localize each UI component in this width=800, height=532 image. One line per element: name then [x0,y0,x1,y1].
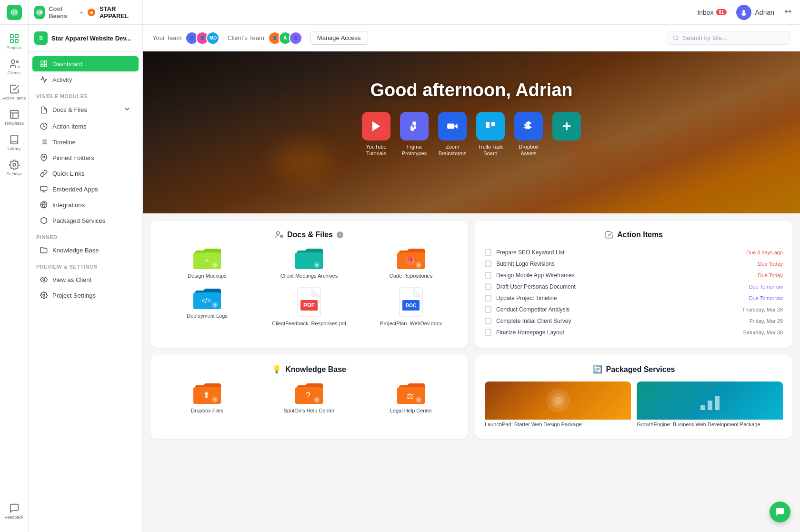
zoom-brainstorms-item[interactable]: ZoomBrainstorms [438,112,467,157]
checkbox-1[interactable] [485,249,491,256]
docs-files-card-title: Docs & Files [287,231,333,239]
action-text-4: Draft User Personas Document [496,283,744,290]
sidebar-item-settings[interactable]: Settings [0,156,28,180]
action-item-1[interactable]: Prepare SEO Keyword List Due 8 days ago [485,247,783,258]
action-item-5[interactable]: Update Project Timeline Due Tomorrow [485,292,783,304]
timeline-label: Timeline [52,139,76,146]
dropbox-label: DropboxAssets [519,143,539,157]
services-grid: LaunchPad: Starter Web Design Package" G… [485,381,783,429]
inbox-label: Inbox [697,9,713,16]
checkbox-3[interactable] [485,272,491,279]
action-item-6[interactable]: Conduct Competitor Analysis Thursday, Ma… [485,304,783,315]
svg-text:CB: CB [37,10,43,15]
nav-dashboard[interactable]: Dashboard [32,56,139,71]
growthengine-service-item[interactable]: GrowthEngine: Business Web Development P… [637,381,783,429]
client-feedback-item[interactable]: PDF ClientFeedback_Responses.pdf [262,287,356,327]
figma-icon-box [400,112,429,141]
action-item-7[interactable]: Complete Initial Client Survey Friday, M… [485,315,783,327]
dropbox-files-kb-item[interactable]: ⬆ ⚙ Dropbox Files [160,381,254,414]
agency-logo-icon[interactable]: CB [7,5,22,20]
search-input[interactable] [683,34,784,41]
sidebar-item-projects[interactable]: Projects [0,30,28,54]
main-content: Your Team 👤 👤 MD Client's Team 👤 A 👤 [143,25,800,532]
nav-project-settings[interactable]: Project Settings [32,288,139,303]
svg-point-6 [742,10,745,13]
client-avatar-3: 👤 [289,31,302,45]
action-due-3: Due Today [758,272,783,278]
action-items-card-title: Action Items [617,231,663,239]
checkbox-7[interactable] [485,318,491,324]
action-text-3: Design Mobile App Wireframes [496,272,753,279]
your-team-section: Your Team 👤 👤 MD [152,31,220,45]
docs-chevron-icon [123,105,131,114]
checkbox-2[interactable] [485,261,491,267]
nav-activity[interactable]: Activity [32,72,139,87]
action-text-7: Complete Initial Client Survey [496,318,745,324]
action-item-2[interactable]: Submit Logo Revisions Due Today [485,258,783,270]
dropbox-assets-item[interactable]: DropboxAssets [514,112,543,157]
quick-links-label: Quick Links [52,170,84,177]
nav-embedded-apps[interactable]: Embedded Apps [32,181,139,197]
deployment-logs-item[interactable]: </> ⚙ Deployment Logs [160,287,254,327]
integrations-label: Integrations [52,201,85,209]
svg-line-36 [677,39,678,40]
action-due-6: Thursday, Mar 28 [742,307,783,312]
nav-packaged-services[interactable]: Packaged Services [32,213,139,228]
sidebar-item-action-items[interactable]: Action Items [0,80,28,104]
left-sidebar: S Star Apparel Website Dev... Dashboard … [29,25,143,532]
inbox-badge: 81 [716,9,726,15]
action-item-4[interactable]: Draft User Personas Document Due Tomorro… [485,281,783,292]
svg-rect-79 [708,401,712,410]
add-integration-item[interactable] [552,112,581,157]
docs-info-icon[interactable]: i [337,231,343,238]
launchpad-service-item[interactable]: LaunchPad: Starter Web Design Package" [485,381,631,429]
nav-pinned-folders[interactable]: Pinned Folders [32,150,139,165]
star-icon: ★ [87,8,96,17]
switch-account-icon[interactable] [784,7,792,17]
user-menu[interactable]: Adrian [736,5,774,20]
chat-bubble[interactable] [770,502,790,522]
manage-access-button[interactable]: Manage Access [310,31,368,45]
svg-rect-9 [15,35,18,38]
nav-quick-links[interactable]: Quick Links [32,166,139,181]
action-items-card: Action Items Prepare SEO Keyword List Du… [475,221,792,348]
trello-taskboard-item[interactable]: Trello TaskBoard [476,112,505,157]
sidebar-item-clients[interactable]: Clients [0,55,28,79]
action-item-8[interactable]: Finalize Homepage Layout Saturday, Mar 3… [485,327,783,338]
topbar: Your Team 👤 👤 MD Client's Team 👤 A 👤 [143,25,800,51]
inbox-button[interactable]: Inbox 81 [697,9,726,16]
action-item-3[interactable]: Design Mobile App Wireframes Due Today [485,270,783,281]
figma-prototypes-item[interactable]: FigmaPrototypes [400,112,429,157]
nav-timeline[interactable]: Timeline [32,134,139,150]
svg-marker-40 [454,124,458,129]
nav-knowledge-base[interactable]: Knowledge Base [32,242,139,258]
client-meetings-item[interactable]: ⚙ Client Meetings Archives [262,247,356,279]
legal-help-kb-label: Legal Help Center [390,407,432,414]
nav-action-items[interactable]: Action Items [32,119,139,134]
spoton-help-kb-item[interactable]: ? ⚙ SpotOn's Help Center [262,381,356,414]
legal-help-kb-item[interactable]: ⚖ ⚙ Legal Help Center [364,381,458,414]
sidebar-item-templates[interactable]: Templates [0,105,28,130]
design-mockups-item[interactable]: + ⚙ Design Mockups [160,247,254,279]
youtube-tutorials-item[interactable]: YouTubeTutorials [362,112,390,157]
your-team-avatars: 👤 👤 MD [185,31,220,45]
nav-integrations[interactable]: Integrations [32,197,139,212]
cool-beans-logo[interactable]: CB [34,6,45,19]
youtube-label: YouTubeTutorials [366,143,386,157]
checkbox-8[interactable] [485,329,491,336]
agency-name: Cool Beans [49,5,76,20]
team-avatar-md: MD [206,31,220,45]
svg-text:⚖: ⚖ [407,392,413,400]
action-due-1: Due 8 days ago [746,250,783,255]
svg-text:DOC: DOC [406,303,416,308]
checkbox-4[interactable] [485,283,491,290]
code-repos-item[interactable]: 🐙 ⚙ Code Repositories [364,247,458,279]
feedback-button[interactable]: Feedback [3,499,26,523]
nav-view-as-client[interactable]: View as Client [32,272,139,287]
checkbox-6[interactable] [485,306,491,313]
project-plan-item[interactable]: DOC ProjectPlan_WebDev.docx [364,287,458,327]
svg-point-12 [11,60,14,63]
sidebar-item-library[interactable]: Library [0,130,28,155]
nav-docs-files[interactable]: Docs & Files [32,101,139,118]
checkbox-5[interactable] [485,295,491,301]
